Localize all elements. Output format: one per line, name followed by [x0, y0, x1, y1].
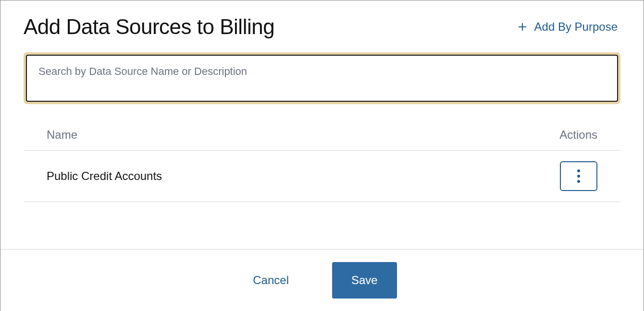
add-by-purpose-label: Add By Purpose [534, 20, 618, 34]
add-data-sources-dialog: Add Data Sources to Billing Add By Purpo… [0, 0, 644, 311]
data-sources-table: Name Actions Public Credit Accounts [24, 128, 620, 202]
table-row: Public Credit Accounts [24, 151, 620, 202]
add-by-purpose-button[interactable]: Add By Purpose [514, 18, 620, 36]
column-header-actions: Actions [559, 128, 597, 142]
dialog-footer: Cancel Save [0, 249, 644, 311]
more-vertical-icon [577, 169, 580, 183]
plus-icon [517, 22, 528, 32]
column-header-name: Name [47, 128, 77, 142]
row-name: Public Credit Accounts [47, 169, 162, 183]
row-actions-button[interactable] [560, 161, 597, 191]
save-button[interactable]: Save [332, 262, 397, 299]
cancel-button[interactable]: Cancel [247, 270, 295, 291]
header-row: Add Data Sources to Billing Add By Purpo… [24, 15, 620, 39]
search-input[interactable] [26, 55, 618, 102]
dialog-content: Add Data Sources to Billing Add By Purpo… [0, 0, 644, 249]
page-title: Add Data Sources to Billing [24, 15, 274, 39]
table-header: Name Actions [24, 128, 620, 151]
search-wrapper [24, 52, 620, 104]
